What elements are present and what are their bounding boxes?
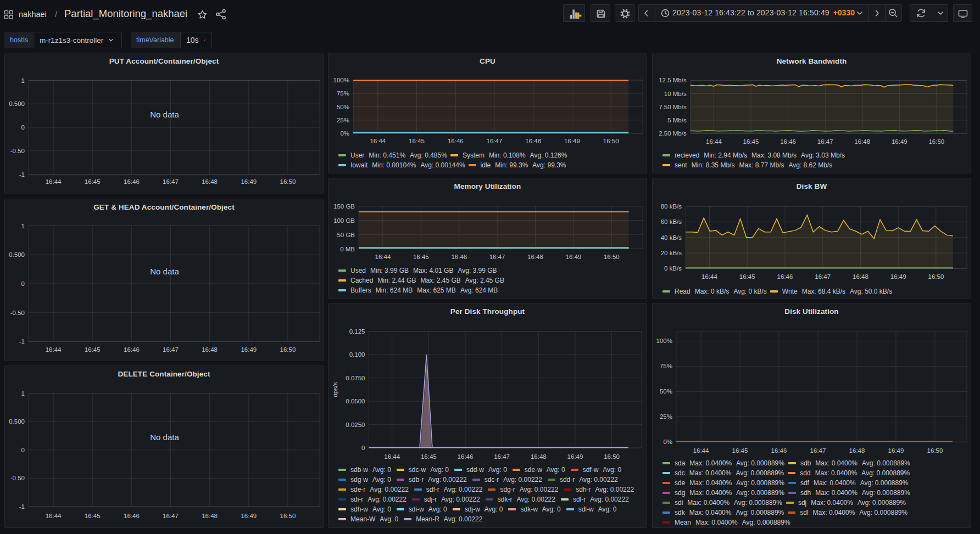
- svg-text:100%: 100%: [333, 77, 349, 83]
- svg-text:16:45: 16:45: [85, 346, 101, 353]
- svg-text:16:46: 16:46: [458, 453, 474, 460]
- svg-text:60 kB/s: 60 kB/s: [661, 218, 682, 225]
- svg-text:0.500: 0.500: [9, 100, 25, 107]
- svg-text:150 GB: 150 GB: [333, 203, 355, 210]
- svg-text:16:48: 16:48: [525, 138, 541, 144]
- svg-text:-0.50: -0.50: [10, 148, 25, 154]
- svg-text:16:46: 16:46: [451, 254, 467, 260]
- svg-text:80 kB/s: 80 kB/s: [661, 203, 682, 210]
- svg-text:0 kB/s: 0 kB/s: [664, 265, 682, 272]
- svg-text:12.5 Mb/s: 12.5 Mb/s: [659, 77, 687, 83]
- svg-text:16:50: 16:50: [280, 513, 296, 519]
- svg-text:16:44: 16:44: [46, 178, 62, 185]
- svg-text:16:45: 16:45: [732, 447, 748, 454]
- svg-text:0.0750: 0.0750: [346, 375, 365, 381]
- svg-text:-0.50: -0.50: [10, 310, 25, 316]
- svg-text:0.125: 0.125: [349, 328, 365, 335]
- svg-text:16:48: 16:48: [853, 273, 868, 280]
- svg-text:16:49: 16:49: [564, 138, 580, 144]
- svg-text:-0.50: -0.50: [10, 475, 25, 481]
- svg-text:-1: -1: [19, 503, 25, 510]
- svg-text:0.100: 0.100: [349, 351, 365, 358]
- svg-text:0.500: 0.500: [9, 418, 25, 425]
- svg-text:16:50: 16:50: [928, 138, 944, 145]
- svg-text:25%: 25%: [337, 117, 349, 123]
- svg-text:1: 1: [21, 223, 25, 229]
- svg-text:16:48: 16:48: [854, 138, 870, 145]
- svg-text:0 MB: 0 MB: [340, 246, 355, 252]
- svg-text:16:50: 16:50: [603, 138, 619, 144]
- svg-text:16:45: 16:45: [85, 178, 101, 185]
- svg-text:16:44: 16:44: [370, 138, 386, 144]
- svg-text:40 kB/s: 40 kB/s: [661, 234, 682, 241]
- svg-text:16:49: 16:49: [241, 178, 257, 185]
- svg-text:16:47: 16:47: [494, 453, 510, 460]
- svg-text:50 GB: 50 GB: [337, 232, 355, 238]
- svg-text:20 kB/s: 20 kB/s: [661, 250, 682, 256]
- svg-text:-1: -1: [19, 171, 25, 178]
- svg-text:16:46: 16:46: [448, 138, 464, 144]
- svg-text:16:48: 16:48: [531, 453, 547, 460]
- svg-text:50%: 50%: [660, 388, 672, 395]
- svg-text:5 Mb/s: 5 Mb/s: [667, 117, 687, 123]
- svg-text:16:50: 16:50: [928, 273, 944, 280]
- svg-text:16:48: 16:48: [202, 178, 218, 185]
- svg-text:16:46: 16:46: [777, 273, 793, 280]
- svg-text:16:49: 16:49: [241, 513, 257, 519]
- svg-text:16:47: 16:47: [810, 447, 826, 454]
- svg-text:16:50: 16:50: [604, 453, 620, 460]
- svg-text:16:49: 16:49: [567, 453, 583, 460]
- svg-text:16:44: 16:44: [384, 453, 400, 460]
- svg-text:16:45: 16:45: [413, 254, 429, 260]
- svg-text:-1: -1: [19, 338, 25, 345]
- svg-text:16:49: 16:49: [888, 447, 904, 454]
- svg-text:16:47: 16:47: [817, 138, 833, 145]
- svg-text:16:44: 16:44: [46, 513, 62, 519]
- svg-text:7.50 Mb/s: 7.50 Mb/s: [659, 104, 687, 110]
- svg-text:10 Mb/s: 10 Mb/s: [664, 91, 687, 97]
- svg-text:16:45: 16:45: [739, 273, 755, 280]
- svg-text:16:47: 16:47: [163, 346, 179, 353]
- svg-text:16:50: 16:50: [280, 346, 296, 353]
- svg-text:16:47: 16:47: [163, 513, 179, 519]
- svg-text:100%: 100%: [656, 338, 672, 344]
- svg-text:16:46: 16:46: [780, 138, 796, 145]
- svg-text:16:50: 16:50: [927, 447, 943, 454]
- svg-text:50%: 50%: [337, 104, 349, 110]
- svg-text:0: 0: [361, 445, 365, 451]
- svg-text:16:50: 16:50: [604, 254, 620, 260]
- svg-text:75%: 75%: [660, 363, 672, 369]
- svg-text:2.50 Mb/s: 2.50 Mb/s: [659, 130, 687, 137]
- svg-text:0: 0: [21, 447, 25, 453]
- svg-text:16:46: 16:46: [771, 447, 787, 454]
- svg-text:16:44: 16:44: [46, 346, 62, 353]
- svg-text:16:49: 16:49: [566, 254, 582, 260]
- svg-text:16:46: 16:46: [124, 178, 140, 185]
- svg-text:16:44: 16:44: [693, 447, 709, 454]
- svg-text:0.0250: 0.0250: [346, 421, 365, 428]
- svg-text:16:49: 16:49: [892, 138, 907, 145]
- svg-text:0.500: 0.500: [9, 251, 25, 258]
- svg-text:16:45: 16:45: [85, 513, 101, 519]
- svg-text:16:47: 16:47: [489, 254, 505, 260]
- svg-text:16:48: 16:48: [202, 513, 218, 519]
- svg-text:16:50: 16:50: [280, 178, 296, 185]
- svg-text:0.0500: 0.0500: [346, 398, 365, 404]
- svg-text:1: 1: [21, 77, 25, 84]
- svg-text:16:49: 16:49: [890, 273, 906, 280]
- svg-text:16:48: 16:48: [202, 346, 218, 353]
- svg-text:16:46: 16:46: [124, 346, 140, 353]
- svg-text:0: 0: [21, 280, 25, 287]
- svg-text:16:49: 16:49: [241, 346, 257, 353]
- svg-text:75%: 75%: [337, 90, 349, 97]
- svg-text:16:48: 16:48: [849, 447, 865, 454]
- svg-text:25%: 25%: [660, 413, 672, 420]
- svg-text:16:47: 16:47: [487, 138, 503, 144]
- svg-text:0%: 0%: [340, 130, 349, 137]
- svg-text:0: 0: [21, 124, 25, 131]
- svg-text:16:44: 16:44: [375, 254, 391, 260]
- svg-text:100 GB: 100 GB: [333, 217, 355, 224]
- svg-text:1: 1: [21, 390, 25, 397]
- svg-text:16:44: 16:44: [706, 138, 722, 145]
- svg-text:16:44: 16:44: [701, 273, 717, 280]
